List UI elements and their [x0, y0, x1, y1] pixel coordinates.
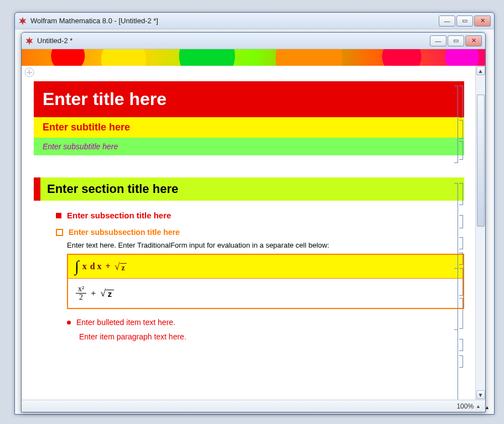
- inner-titlebar[interactable]: Untitled-2 * — ▭ ✕: [22, 33, 485, 49]
- output-cell[interactable]: x² 2 + √ z: [68, 278, 463, 308]
- input-cell[interactable]: ∫ x d x + √ z: [68, 255, 463, 278]
- chevron-up-icon: ▲: [478, 68, 484, 74]
- outer-titlebar[interactable]: Wolfram Mathematica 8.0 - [Untitled-2 *]…: [15, 13, 494, 29]
- fraction: x² 2: [76, 285, 86, 301]
- scroll-up-button[interactable]: ▲: [476, 66, 485, 75]
- differential: d x: [90, 261, 102, 271]
- radical-icon: √: [100, 287, 106, 299]
- minimize-button[interactable]: —: [430, 35, 446, 46]
- fraction-numerator: x²: [76, 285, 86, 294]
- title-cell[interactable]: Enter title here: [34, 81, 464, 117]
- subsection-cell[interactable]: Enter subsection title here: [56, 211, 464, 220]
- vertical-scrollbar[interactable]: ▲ ▼: [475, 66, 485, 400]
- bulleted-item-cell[interactable]: Enter bulleted item text here.: [67, 318, 464, 327]
- text-cell[interactable]: Enter text here. Enter TraditionalForm i…: [67, 241, 464, 249]
- section-label: Enter section title here: [40, 177, 464, 201]
- notebook-content[interactable]: Enter title here Enter subtitle here Ent…: [22, 66, 475, 400]
- zoom-control[interactable]: 100% ▲: [456, 402, 481, 410]
- maximize-button[interactable]: ▭: [456, 15, 473, 27]
- input-output-group: ∫ x d x + √ z x² 2 + √: [67, 254, 464, 309]
- integrand-var: x: [82, 261, 87, 271]
- section-cell[interactable]: Enter section title here: [34, 177, 464, 201]
- inner-window-buttons: — ▭ ✕: [430, 35, 482, 46]
- close-icon: ✕: [480, 17, 485, 24]
- inner-window-title: Untitled-2 *: [34, 36, 430, 45]
- minimize-icon: —: [444, 18, 450, 24]
- outer-window-buttons: — ▭ ✕: [439, 15, 491, 27]
- cell-bracket[interactable]: [459, 355, 463, 368]
- close-button[interactable]: ✕: [465, 35, 482, 46]
- svg-marker-0: [19, 17, 27, 24]
- sqrt-expr: √ z: [100, 287, 113, 299]
- maximize-icon: ▭: [462, 17, 467, 24]
- notebook-window: Untitled-2 * — ▭ ✕ Enter title here Ente…: [21, 32, 486, 412]
- subsection-label: Enter subsection title here: [67, 211, 171, 220]
- maximize-icon: ▭: [453, 37, 459, 44]
- section-accent-bar: [34, 177, 40, 201]
- zoom-level: 100%: [456, 402, 474, 410]
- stylesheet-banner: [22, 49, 485, 66]
- maximize-button[interactable]: ▭: [448, 35, 464, 46]
- notebook-viewport: Enter title here Enter subtitle here Ent…: [22, 66, 485, 400]
- minimize-icon: —: [435, 38, 441, 44]
- close-icon: ✕: [471, 37, 476, 44]
- chevron-down-icon: ▼: [478, 392, 484, 398]
- title-group: Enter title here Enter subtitle here Ent…: [34, 81, 464, 155]
- minimize-button[interactable]: —: [439, 15, 455, 27]
- wolfram-icon: [25, 36, 34, 45]
- radical-icon: √: [115, 261, 120, 273]
- sqrt-expr: √ z: [115, 261, 127, 273]
- svg-marker-1: [26, 36, 33, 44]
- item-paragraph-cell[interactable]: Enter item paragraph text here.: [79, 332, 464, 341]
- sqrt-arg: z: [106, 290, 113, 299]
- subsubsection-label: Enter subsubsection title here: [69, 228, 180, 237]
- bulleted-text: Enter bulleted item text here.: [76, 318, 175, 327]
- plus-operator: +: [106, 261, 111, 271]
- subsubtitle-cell[interactable]: Enter subsubtitle here: [34, 138, 464, 155]
- scrollbar-thumb[interactable]: [477, 95, 485, 227]
- subtitle-cell[interactable]: Enter subtitle here: [34, 117, 464, 138]
- add-cell-icon[interactable]: [24, 67, 35, 78]
- fraction-denominator: 2: [77, 294, 85, 301]
- close-button[interactable]: ✕: [474, 15, 491, 27]
- integral-icon: ∫: [75, 260, 79, 273]
- scrollbar-track[interactable]: [476, 76, 485, 390]
- scroll-down-button[interactable]: ▼: [476, 390, 485, 399]
- wolfram-icon: [18, 17, 27, 25]
- sqrt-arg: z: [120, 263, 127, 273]
- subsubsection-cell[interactable]: Enter subsubsection title here: [56, 228, 464, 237]
- outer-window-title: Wolfram Mathematica 8.0 - [Untitled-2 *]: [27, 17, 439, 25]
- plus-operator: +: [91, 289, 96, 299]
- zoom-caret-icon: ▲: [476, 404, 481, 409]
- inner-statusbar: 100% ▲: [22, 400, 485, 412]
